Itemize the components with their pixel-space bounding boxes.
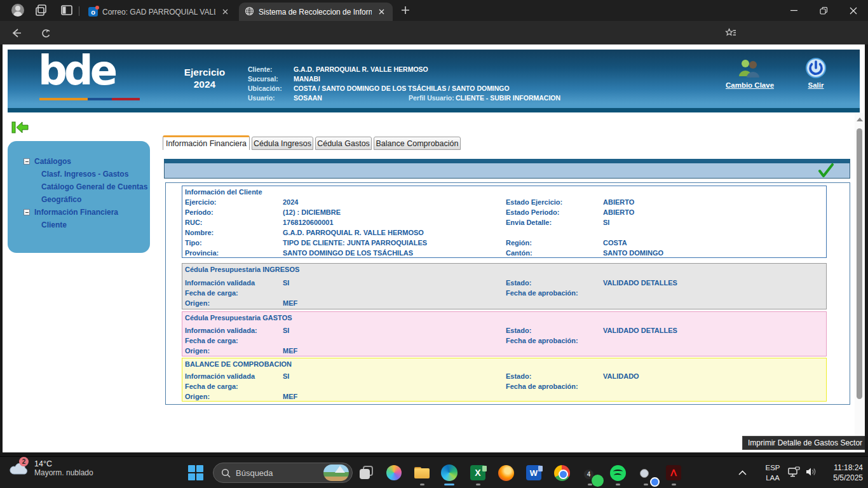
clock[interactable]: 11:18:24 5/5/2025 [818,463,863,483]
tab-title: Sistema de Recoleccion de Inform [259,8,372,17]
sidebar-item-catalogo-general-cuentas[interactable]: Catálogo General de Cuentas [41,180,147,193]
bde-page: bde Ejercicio 2024 Cliente: G.A.D. PARRO… [3,44,865,452]
taskbar-explorer-icon[interactable] [413,464,431,482]
tab-cedula-ingresos[interactable]: Cédula Ingresos [252,137,313,150]
taskbar-copilot-icon[interactable] [385,464,403,482]
taskbar: 2 14°C Mayorm. nublado Búsqueda X W 4 ꓥ … [0,456,868,488]
perfil-value: CLIENTE - SUBIR INFORMACION [456,94,560,102]
browser-viewport: bde Ejercicio 2024 Cliente: G.A.D. PARRO… [0,44,868,456]
taskbar-word-icon[interactable]: W [525,464,543,482]
cambio-clave-link[interactable]: Cambio Clave [718,81,782,89]
taskbar-chrome-icon[interactable] [553,464,571,482]
panel-title: Cédula Presupuestaria GASTOS [185,314,292,322]
collapse-icon[interactable] [24,209,30,215]
cliente-value: G.A.D. PARROQUIAL R. VALLE HERMOSO [294,65,428,73]
search-highlight-image [323,464,349,481]
outlook-favicon: o [88,7,98,17]
favorites-icon[interactable] [723,25,738,41]
window-close-button[interactable] [839,0,868,21]
language-indicator[interactable]: ESP LAA [760,463,785,483]
window-restore-button[interactable] [809,0,838,21]
sidebar-item-cliente[interactable]: Cliente [41,219,67,231]
ubicacion-value: COSTA / SANTO DOMINGO DE LOS TSÁCHILAS /… [294,85,510,92]
globe-favicon [245,6,254,18]
volume-icon[interactable] [805,466,817,477]
bde-header: bde Ejercicio 2024 Cliente: G.A.D. PARRO… [8,50,860,112]
tray-chevron-icon[interactable] [738,457,747,488]
sidebar-item-informacion-financiera[interactable]: Información Financiera [24,206,118,219]
browser-tab-sistema[interactable]: Sistema de Recoleccion de Inform [239,3,393,21]
whatsapp-badge: 4 [584,470,593,479]
scroll-up-arrow[interactable] [857,118,863,121]
vertical-tabs-icon[interactable] [60,4,73,17]
scroll-thumb[interactable] [857,128,862,399]
cloud-icon: 2 [9,460,29,477]
clock-time: 11:18:24 [818,463,863,473]
tab-close-icon[interactable] [220,7,230,17]
taskbar-excel-icon[interactable]: X [469,464,487,482]
taskbar-edge-icon[interactable] [440,464,458,482]
back-button[interactable] [9,25,24,41]
tooltip: Imprimir Detalle de Gastos Sector [742,436,865,450]
panel-cedula-ingresos: Cédula Presupuestaria INGRESOS Informaci… [182,263,827,309]
users-icon [735,58,763,79]
browser-tab-bar: o Correo: GAD PARROQUIAL VALLE Sistema d… [0,0,868,21]
page-scrollbar[interactable] [855,113,864,452]
weather-condition: Mayorm. nublado [34,468,93,477]
sidebar-item-geografico[interactable]: Geográfico [41,193,81,206]
sidebar-item-clasf-ingresos-gastos[interactable]: Clasf. Ingresos - Gastos [41,168,128,180]
taskbar-spotify-icon[interactable] [609,464,627,482]
weather-alert-badge: 2 [19,457,29,466]
info-container: Información del Cliente Ejercicio:2024Es… [165,182,850,405]
panel-cedula-gastos: Cédula Presupuestaria GASTOS Información… [182,311,827,356]
tab-separator [79,6,79,16]
new-tab-button[interactable] [400,5,413,18]
status-bar [164,159,850,179]
power-icon [805,57,827,79]
validated-check-icon [818,163,834,179]
panel-title: Información del Cliente [185,188,262,196]
panel-title: BALANCE DE COMPROBACION [185,360,292,368]
browser-profile-avatar[interactable] [11,4,24,17]
taskbar-search[interactable]: Búsqueda [213,463,353,483]
tab-informacion-financiera[interactable]: Información Financiera [163,135,250,150]
task-view-button[interactable] [360,466,374,480]
tab-cedula-gastos[interactable]: Cédula Gastos [315,137,372,150]
collapse-icon[interactable] [24,158,30,165]
start-button[interactable] [188,465,203,480]
weather-widget[interactable]: 2 14°C Mayorm. nublado [9,459,93,477]
browser-tab-outlook[interactable]: o Correo: GAD PARROQUIAL VALLE [83,3,236,21]
bde-logo: bde [38,47,114,94]
refresh-button[interactable] [38,25,53,41]
network-icon[interactable] [788,466,800,477]
browser-toolbar: https://consulta.bde.fin.ec/WebSim/Login… [0,21,868,44]
ejercicio-year: Ejercicio 2024 [160,66,249,90]
taskbar-firefox-icon[interactable] [497,464,515,482]
sidebar-tree: Catálogos Clasf. Ingresos - Gastos Catál… [8,141,150,253]
sidebar-item-catalogos[interactable]: Catálogos [24,155,71,168]
search-placeholder: Búsqueda [236,468,318,478]
clock-date: 5/5/2025 [818,473,863,483]
perfil-label: Perfil Usuario: [409,94,454,102]
ubicacion-label: Ubicación: [248,85,282,92]
usuario-value: SOSAAN [294,94,322,102]
panel-balance-comprobacion: BALANCE DE COMPROBACION Información vali… [182,358,827,402]
cliente-label: Cliente: [248,65,273,73]
tab-balance-comprobacion[interactable]: Balance Comprobación [374,137,461,150]
tab-title: Correo: GAD PARROQUIAL VALLE [102,8,215,17]
back-arrow-icon[interactable] [11,120,29,135]
sucursal-label: Sucursal: [248,75,278,83]
taskbar-acrobat-icon[interactable]: ꓥ [665,464,682,482]
taskbar-chrome-profile-icon[interactable] [637,464,654,482]
salir-link[interactable]: Salir [797,81,835,89]
search-icon [221,468,231,478]
workspaces-icon[interactable] [35,4,48,17]
panel-title: Cédula Presupuestaria INGRESOS [185,266,299,273]
usuario-label: Usuario: [248,94,275,102]
panel-informacion-cliente: Información del Cliente Ejercicio:2024Es… [182,186,827,258]
bde-logo-stripe [39,98,140,100]
taskbar-whatsapp-icon[interactable]: 4 [581,464,599,482]
sucursal-value: MANABI [294,75,320,83]
tab-close-icon[interactable] [376,7,386,17]
window-minimize-button[interactable] [779,0,808,21]
